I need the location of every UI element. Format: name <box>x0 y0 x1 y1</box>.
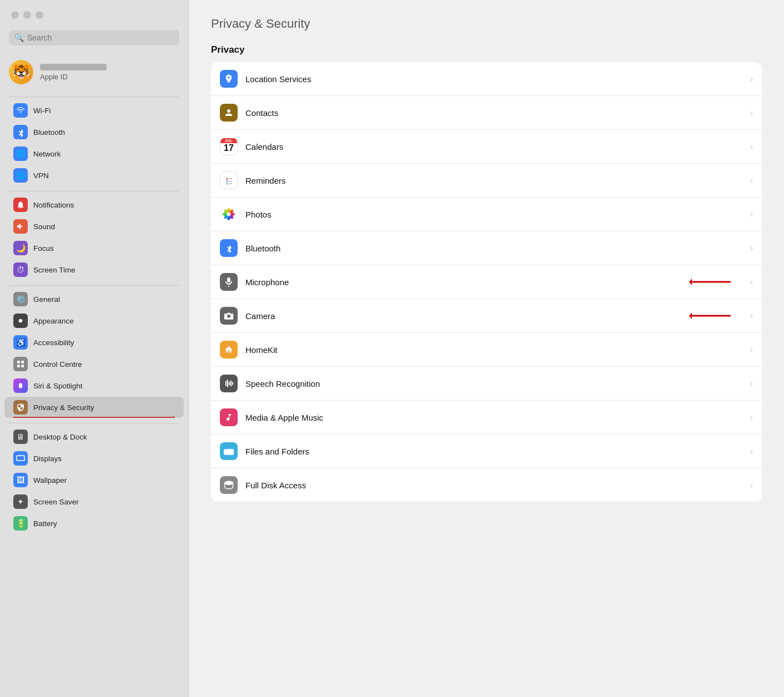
row-photos[interactable]: Photos › <box>211 198 762 231</box>
screen-saver-icon: ✦ <box>13 494 28 509</box>
svg-rect-28 <box>227 380 228 387</box>
privacy-icon <box>13 400 28 415</box>
row-calendars[interactable]: JUL 17 Calendars › <box>211 130 762 164</box>
sidebar-item-label: Appearance <box>33 317 74 325</box>
sidebar-item-accessibility[interactable]: ♿ Accessibility <box>4 332 184 353</box>
divider-3 <box>9 285 179 286</box>
maximize-button[interactable] <box>36 11 43 19</box>
row-label: HomeKit <box>245 345 742 355</box>
svg-rect-31 <box>232 382 233 385</box>
sidebar-item-label: Control Centre <box>33 360 82 368</box>
sidebar-item-label: Focus <box>33 244 54 252</box>
close-button[interactable] <box>11 11 19 19</box>
wifi-icon <box>13 103 28 118</box>
sidebar-item-bluetooth[interactable]: Bluetooth <box>4 122 184 143</box>
divider-4 <box>9 423 179 423</box>
svg-rect-10 <box>229 178 232 179</box>
sidebar-item-battery[interactable]: 🔋 Battery <box>4 513 184 534</box>
row-microphone[interactable]: Microphone › <box>211 265 762 299</box>
general-icon: ⚙️ <box>13 292 28 306</box>
calendars-icon: JUL 17 <box>220 138 238 155</box>
search-bar[interactable]: 🔍 <box>9 30 179 46</box>
camera-red-arrow <box>689 310 733 321</box>
apple-id-label: Apple ID <box>40 73 107 81</box>
active-underline <box>13 417 175 418</box>
sidebar-item-wifi[interactable]: Wi-Fi <box>4 100 184 121</box>
row-label: Photos <box>245 210 742 219</box>
sidebar-item-appearance[interactable]: Appearance <box>4 310 184 331</box>
sidebar-section-prefs: ⚙️ General Appearance ♿ Accessibility Co… <box>0 288 188 418</box>
apple-id-row[interactable]: 🐯 Apple ID <box>0 54 188 90</box>
minimize-button[interactable] <box>23 11 31 19</box>
sidebar-section-network: Wi-Fi Bluetooth 🌐 Network 🌐 VPN <box>0 99 188 186</box>
search-icon: 🔍 <box>14 33 24 42</box>
row-contacts[interactable]: Contacts › <box>211 96 762 130</box>
row-full-disk-access[interactable]: Full Disk Access › <box>211 468 762 502</box>
sidebar-item-label: Screen Time <box>33 266 76 274</box>
microphone-icon <box>220 273 238 291</box>
svg-rect-3 <box>17 365 20 367</box>
notifications-icon <box>13 198 28 212</box>
sidebar-item-vpn[interactable]: 🌐 VPN <box>4 165 184 186</box>
row-location-services[interactable]: Location Services › <box>211 62 762 96</box>
row-bluetooth[interactable]: Bluetooth › <box>211 231 762 265</box>
apple-id-name-blurred <box>40 64 107 70</box>
sidebar-item-label: Accessibility <box>33 339 74 347</box>
privacy-settings-list: Location Services › Contacts › JUL 17 Ca… <box>211 62 762 502</box>
row-reminders[interactable]: Reminders › <box>211 164 762 198</box>
sidebar-item-label: Battery <box>33 519 57 528</box>
chevron-icon: › <box>750 176 753 185</box>
homekit-icon <box>220 341 238 358</box>
sidebar-item-screen-time[interactable]: ⏱ Screen Time <box>4 259 184 280</box>
sidebar-item-network[interactable]: 🌐 Network <box>4 143 184 164</box>
svg-rect-2 <box>21 361 24 363</box>
contacts-icon <box>220 104 238 122</box>
svg-rect-29 <box>229 382 230 386</box>
sidebar-item-general[interactable]: ⚙️ General <box>4 289 184 310</box>
svg-rect-27 <box>225 381 227 386</box>
chevron-icon: › <box>750 277 753 286</box>
row-homekit[interactable]: HomeKit › <box>211 333 762 367</box>
sidebar-item-label: Privacy & Security <box>33 403 94 412</box>
svg-point-7 <box>227 178 228 180</box>
microphone-red-arrow <box>689 276 733 287</box>
svg-rect-30 <box>230 381 232 387</box>
sidebar-item-privacy-security[interactable]: Privacy & Security <box>4 397 184 418</box>
sidebar-item-label: Sound <box>33 223 55 231</box>
avatar: 🐯 <box>9 60 33 84</box>
sidebar-item-siri-spotlight[interactable]: Siri & Spotlight <box>4 375 184 396</box>
row-label: Full Disk Access <box>245 481 742 490</box>
sidebar-item-focus[interactable]: 🌙 Focus <box>4 238 184 259</box>
photos-icon <box>220 205 238 223</box>
sidebar-item-notifications[interactable]: Notifications <box>4 194 184 215</box>
row-speech-recognition[interactable]: Speech Recognition › <box>211 367 762 401</box>
sidebar-item-label: VPN <box>33 171 49 180</box>
desktop-dock-icon: 🖥 <box>13 430 28 444</box>
sidebar-item-wallpaper[interactable]: 🖼 Wallpaper <box>4 469 184 491</box>
traffic-lights <box>0 11 188 30</box>
row-label: Media & Apple Music <box>245 413 742 422</box>
sidebar-item-control-centre[interactable]: Control Centre <box>4 353 184 375</box>
row-label: Bluetooth <box>245 244 742 253</box>
full-disk-access-icon <box>220 476 238 494</box>
row-media-apple-music[interactable]: Media & Apple Music › <box>211 401 762 435</box>
row-files-folders[interactable]: Files and Folders › <box>211 435 762 468</box>
svg-rect-1 <box>17 361 20 363</box>
row-camera[interactable]: Camera › <box>211 299 762 333</box>
sidebar-item-label: Wallpaper <box>33 476 67 484</box>
row-label: Location Services <box>245 74 742 84</box>
svg-rect-22 <box>227 277 230 282</box>
bluetooth-row-icon <box>220 239 238 257</box>
reminders-icon <box>220 171 238 189</box>
sidebar-item-displays[interactable]: Displays <box>4 448 184 469</box>
wallpaper-icon: 🖼 <box>13 473 28 487</box>
search-input[interactable] <box>27 33 174 42</box>
sidebar-item-sound[interactable]: Sound <box>4 216 184 237</box>
svg-point-21 <box>227 213 231 216</box>
sidebar-item-desktop-dock[interactable]: 🖥 Desktop & Dock <box>4 426 184 447</box>
chevron-icon: › <box>750 481 753 489</box>
svg-rect-11 <box>229 181 232 182</box>
row-label: Calendars <box>245 142 742 151</box>
sidebar-item-screen-saver[interactable]: ✦ Screen Saver <box>4 491 184 512</box>
svg-point-0 <box>19 319 23 323</box>
